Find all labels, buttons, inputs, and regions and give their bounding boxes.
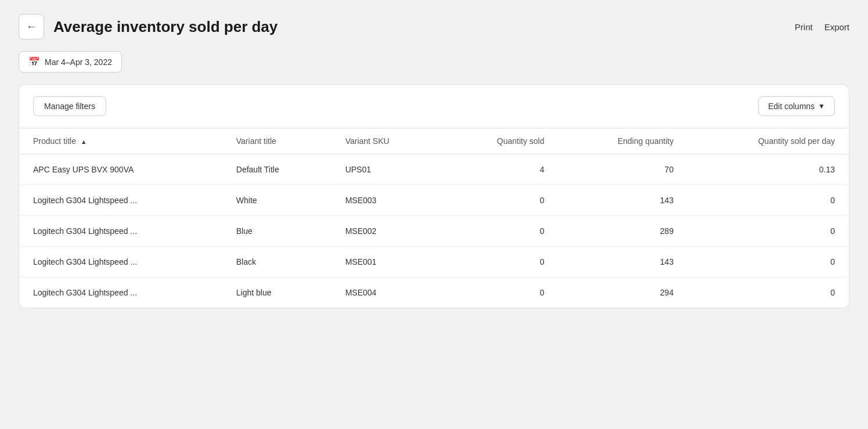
page: ← Average inventory sold per day Print E… [0,0,868,429]
header-left: ← Average inventory sold per day [19,14,278,39]
cell-ending_quantity: 289 [559,216,688,247]
col-product-title-label: Product title [33,136,76,146]
cell-quantity_sold: 4 [442,154,559,185]
col-ending-quantity: Ending quantity [559,128,688,154]
cell-variant_title: Default Title [222,154,332,185]
page-title: Average inventory sold per day [53,18,278,36]
back-button[interactable]: ← [19,14,44,39]
col-quantity-sold-per-day-label: Quantity sold per day [758,136,835,146]
cell-variant_sku: MSE003 [332,185,442,216]
cell-product_title: Logitech G304 Lightspeed ... [19,185,222,216]
cell-ending_quantity: 70 [559,154,688,185]
cell-quantity_sold: 0 [442,185,559,216]
sort-asc-icon: ▲ [81,138,87,145]
page-header: ← Average inventory sold per day Print E… [19,14,849,39]
cell-variant_sku: MSE002 [332,216,442,247]
cell-quantity_sold_per_day: 0 [687,185,849,216]
main-card: Manage filters Edit columns ▼ Product ti… [19,84,849,308]
col-quantity-sold-label: Quantity sold [497,136,545,146]
print-button[interactable]: Print [795,22,813,32]
col-variant-title: Variant title [222,128,332,154]
card-toolbar: Manage filters Edit columns ▼ [19,85,849,128]
cell-quantity_sold_per_day: 0 [687,216,849,247]
cell-product_title: Logitech G304 Lightspeed ... [19,277,222,308]
table-row: Logitech G304 Lightspeed ...BlackMSE0010… [19,247,849,277]
table-header-row: Product title ▲ Variant title Variant SK… [19,128,849,154]
col-variant-sku: Variant SKU [332,128,442,154]
cell-variant_title: White [222,185,332,216]
cell-variant_sku: UPS01 [332,154,442,185]
calendar-icon: 📅 [28,56,40,67]
export-button[interactable]: Export [824,22,849,32]
cell-variant_sku: MSE001 [332,247,442,277]
cell-quantity_sold_per_day: 0.13 [687,154,849,185]
cell-quantity_sold: 0 [442,216,559,247]
table-row: APC Easy UPS BVX 900VADefault TitleUPS01… [19,154,849,185]
table-row: Logitech G304 Lightspeed ...Light blueMS… [19,277,849,308]
cell-quantity_sold_per_day: 0 [687,277,849,308]
col-ending-quantity-label: Ending quantity [618,136,674,146]
date-range-button[interactable]: 📅 Mar 4–Apr 3, 2022 [19,51,122,73]
edit-columns-label: Edit columns [768,102,815,111]
chevron-down-icon: ▼ [818,102,825,110]
col-variant-title-label: Variant title [236,136,276,146]
cell-quantity_sold: 0 [442,247,559,277]
table-body: APC Easy UPS BVX 900VADefault TitleUPS01… [19,154,849,308]
col-product-title[interactable]: Product title ▲ [19,128,222,154]
date-range-label: Mar 4–Apr 3, 2022 [45,57,112,67]
table-row: Logitech G304 Lightspeed ...WhiteMSE0030… [19,185,849,216]
cell-variant_sku: MSE004 [332,277,442,308]
cell-ending_quantity: 143 [559,247,688,277]
edit-columns-button[interactable]: Edit columns ▼ [758,96,835,116]
cell-product_title: Logitech G304 Lightspeed ... [19,216,222,247]
table-header: Product title ▲ Variant title Variant SK… [19,128,849,154]
cell-variant_title: Black [222,247,332,277]
col-variant-sku-label: Variant SKU [345,136,390,146]
cell-product_title: Logitech G304 Lightspeed ... [19,247,222,277]
cell-variant_title: Light blue [222,277,332,308]
cell-quantity_sold_per_day: 0 [687,247,849,277]
col-quantity-sold: Quantity sold [442,128,559,154]
data-table: Product title ▲ Variant title Variant SK… [19,128,849,308]
cell-quantity_sold: 0 [442,277,559,308]
cell-variant_title: Blue [222,216,332,247]
header-right: Print Export [795,22,849,32]
cell-ending_quantity: 294 [559,277,688,308]
manage-filters-button[interactable]: Manage filters [33,96,106,116]
cell-ending_quantity: 143 [559,185,688,216]
table-row: Logitech G304 Lightspeed ...BlueMSE00202… [19,216,849,247]
date-filter-bar: 📅 Mar 4–Apr 3, 2022 [19,51,849,73]
cell-product_title: APC Easy UPS BVX 900VA [19,154,222,185]
col-quantity-sold-per-day: Quantity sold per day [687,128,849,154]
